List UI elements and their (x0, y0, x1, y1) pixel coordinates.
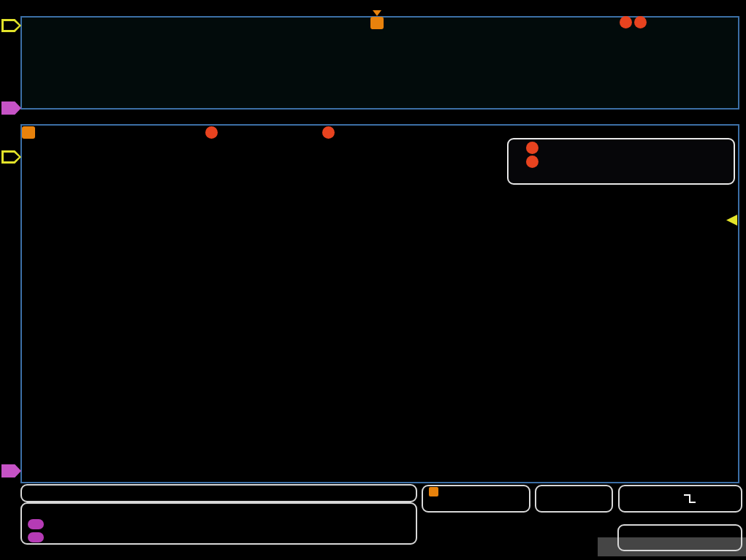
cursor-b-row (516, 155, 726, 169)
cursor-b-marker-overview[interactable] (620, 16, 632, 28)
ch1-position-marker-main[interactable] (1, 150, 21, 164)
trigger-position-badge-overview[interactable] (370, 17, 384, 29)
cursor-b-handle[interactable] (322, 126, 335, 139)
cursor-a-marker-overview[interactable] (634, 16, 647, 28)
measurement-header-row (28, 505, 410, 518)
datetime-box (617, 524, 742, 551)
table-row (28, 518, 410, 531)
ch3-position-marker-main[interactable] (1, 464, 21, 477)
trigger-position-arrow-icon (373, 10, 381, 16)
measurement-table (20, 502, 417, 545)
falling-edge-icon (683, 493, 696, 505)
overview-panel[interactable] (20, 16, 739, 110)
table-row (28, 531, 410, 544)
channel-scale-bar (20, 484, 417, 502)
oscilloscope-screen (0, 0, 746, 560)
ch3-position-marker-overview[interactable] (1, 101, 21, 115)
cursor-a-row (516, 141, 726, 155)
ch3-marker-shape (1, 101, 21, 115)
trigger-delay-readout (429, 487, 523, 496)
ch1-position-marker-overview[interactable] (1, 19, 21, 32)
cursor-delta-row (516, 168, 726, 182)
trigger-readout-box[interactable] (618, 485, 742, 513)
zoom-timebase-box[interactable] (422, 485, 530, 513)
cursor-a-handle[interactable] (205, 126, 218, 139)
trigger-badge-main[interactable] (22, 126, 35, 139)
channel-2-readout[interactable] (80, 488, 117, 499)
ch3-marker-main-shape (1, 464, 21, 477)
acquisition-box[interactable] (535, 485, 613, 513)
cursor-readout (507, 138, 735, 185)
channel-1-readout[interactable] (29, 488, 66, 499)
channel-3-readout[interactable] (132, 488, 168, 499)
ch1-marker-shape (1, 19, 21, 32)
ch1-marker-main-shape (1, 150, 21, 164)
